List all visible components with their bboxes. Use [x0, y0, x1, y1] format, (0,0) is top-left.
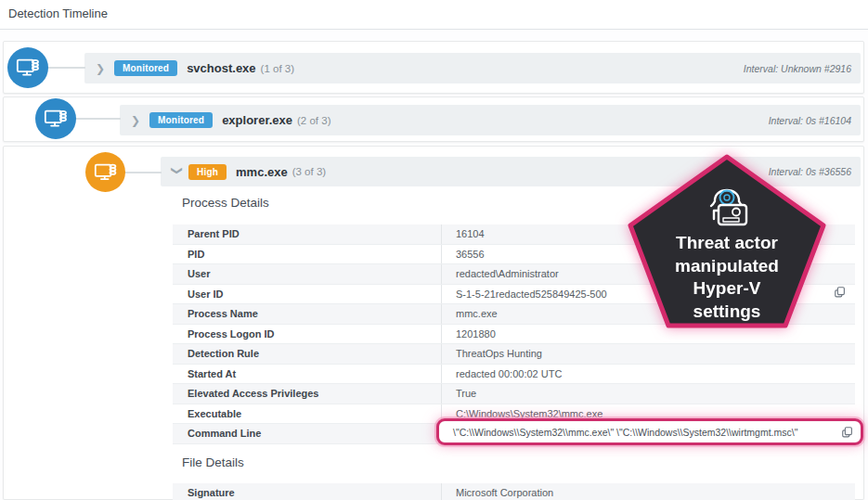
page-header: Detection Timeline — [0, 0, 868, 30]
monitor-process-icon — [43, 106, 68, 131]
timeline-card-explorer: ❯ Monitored explorer.exe (2 of 3) Interv… — [3, 96, 864, 142]
process-count: (2 of 3) — [297, 115, 330, 126]
status-badge: Monitored — [149, 112, 213, 128]
threat-callout: Threat actor manipulated Hyper-V setting… — [628, 154, 826, 328]
process-bar-explorer[interactable]: ❯ Monitored explorer.exe (2 of 3) Interv… — [120, 105, 861, 135]
table-row: Signature Microsoft Corporation — [173, 483, 855, 500]
detection-timeline-page: Detection Timeline ❯ Monitored svchost.e… — [0, 0, 868, 500]
process-node-svchost[interactable] — [7, 47, 48, 88]
table-row: Detection Rule ThreatOps Hunting — [173, 344, 855, 365]
tree-connector — [76, 118, 121, 120]
threat-callout-text: Threat actor manipulated Hyper-V setting… — [675, 232, 779, 323]
table-row: Started At redacted 00:00:02 UTC — [173, 365, 855, 385]
status-badge: Monitored — [114, 60, 177, 76]
chevron-right-icon[interactable]: ❯ — [131, 115, 144, 126]
command-line-highlight: \"C:\\Windows\\System32\\mmc.exe\" \"C:\… — [436, 418, 863, 445]
process-name: mmc.exe — [236, 165, 288, 179]
interval-label: Interval: Unknown #2916 — [744, 63, 851, 74]
file-details-heading: File Details — [182, 455, 244, 469]
process-name: explorer.exe — [222, 113, 292, 127]
page-title: Detection Timeline — [8, 6, 108, 20]
file-details-table: Signature Microsoft Corporation — [173, 483, 855, 500]
tree-connector — [123, 172, 162, 173]
severity-badge: High — [188, 164, 227, 180]
process-node-explorer[interactable] — [35, 98, 76, 139]
chevron-right-icon[interactable]: ❯ — [96, 63, 109, 74]
monitor-process-icon — [15, 55, 40, 80]
process-name: svchost.exe — [187, 61, 255, 75]
process-details-heading: Process Details — [182, 196, 269, 210]
hooded-threat-actor-icon — [698, 178, 756, 230]
table-row: Elevated Access Privileges True — [173, 384, 855, 404]
copy-icon[interactable] — [841, 426, 854, 439]
command-line-value: \"C:\\Windows\\System32\\mmc.exe\" \"C:\… — [453, 427, 837, 438]
process-count: (1 of 3) — [261, 63, 294, 74]
copy-icon[interactable] — [834, 286, 847, 299]
process-bar-svchost[interactable]: ❯ Monitored svchost.exe (1 of 3) Interva… — [84, 53, 861, 83]
monitor-process-icon — [93, 160, 118, 185]
process-count: (3 of 3) — [292, 166, 326, 177]
tree-connector — [46, 67, 85, 69]
interval-label: Interval: 0s #16104 — [769, 115, 851, 126]
chevron-down-icon[interactable]: ❯ — [172, 166, 183, 177]
process-node-mmc[interactable] — [85, 152, 125, 192]
timeline-card-svchost: ❯ Monitored svchost.exe (1 of 3) Interva… — [3, 41, 864, 94]
